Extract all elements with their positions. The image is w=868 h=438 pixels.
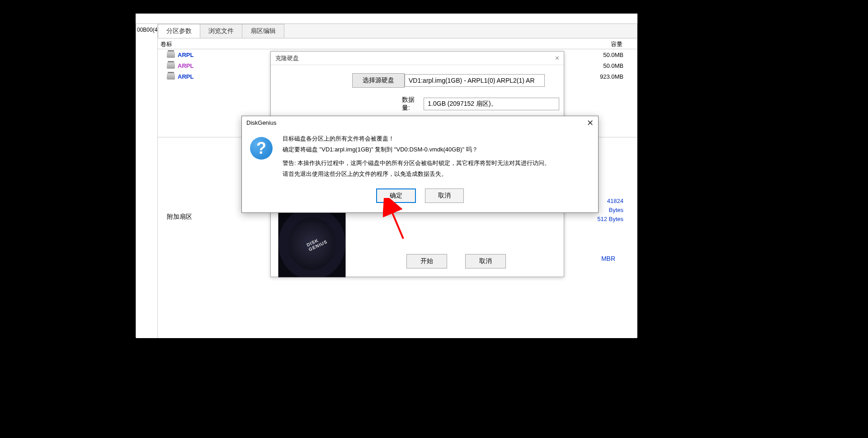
- tab-partition-params[interactable]: 分区参数: [158, 24, 200, 38]
- logo-text: DISK GENIUS: [306, 231, 336, 252]
- confirm-title: DiskGenius: [246, 116, 276, 130]
- data-amount-field: [424, 98, 559, 110]
- right-pane: 分区参数 浏览文件 扇区编辑 卷标 容量 ARPL 50.0MB ARPL 50…: [158, 24, 637, 338]
- disk-icon: [167, 73, 175, 80]
- close-icon[interactable]: ✕: [587, 116, 594, 130]
- title-remnant: [136, 14, 637, 24]
- info-value: 512 Bytes: [597, 215, 623, 224]
- msg-line: 确定要将磁盘 "VD1:arpl.img(1GB)" 复制到 "VD0:DSM-…: [283, 145, 550, 154]
- main-window: 00B00(42 分区参数 浏览文件 扇区编辑 卷标 容量 ARPL 50.0M…: [136, 24, 637, 338]
- tree-item[interactable]: 00B00(42: [136, 24, 157, 36]
- close-icon[interactable]: ×: [555, 52, 559, 65]
- diskgenius-logo: DISK GENIUS: [278, 210, 346, 278]
- start-button[interactable]: 开始: [406, 254, 447, 268]
- mbr-label: MBR: [601, 255, 615, 262]
- msg-line: 请首先退出使用这些分区上的文件的程序，以免造成数据丢失。: [283, 170, 550, 179]
- tab-browse-files[interactable]: 浏览文件: [200, 24, 242, 38]
- info-value: 41824: [597, 197, 623, 206]
- source-disk-field[interactable]: [405, 74, 545, 87]
- confirm-dialog: DiskGenius ✕ ? 目标磁盘各分区上的所有文件将会被覆盖！ 确定要将磁…: [241, 116, 599, 213]
- tabs: 分区参数 浏览文件 扇区编辑: [158, 24, 637, 38]
- clone-dialog-title: 克隆硬盘 ×: [271, 52, 564, 65]
- col-capacity: 容量: [611, 40, 623, 48]
- tab-sector-edit[interactable]: 扇区编辑: [242, 24, 284, 38]
- confirm-title-bar: DiskGenius ✕: [242, 116, 598, 130]
- data-amount-label: 数据量:: [402, 96, 422, 112]
- question-icon: ?: [250, 137, 273, 160]
- list-header: 卷标 容量: [158, 38, 637, 49]
- col-volume-label: 卷标: [158, 40, 185, 47]
- disk-icon: [167, 52, 175, 58]
- partition-name: ARPL: [178, 62, 193, 69]
- info-value: Bytes: [597, 206, 623, 215]
- msg-line: 目标磁盘各分区上的所有文件将会被覆盖！: [283, 134, 550, 143]
- cancel-button[interactable]: 取消: [465, 254, 506, 268]
- cancel-button[interactable]: 取消: [425, 188, 464, 203]
- partition-capacity: 50.0MB: [603, 52, 623, 58]
- partition-capacity: 50.0MB: [603, 62, 623, 69]
- partition-name: ARPL: [178, 73, 193, 80]
- select-source-disk-button[interactable]: 选择源硬盘: [352, 73, 405, 88]
- confirm-message: 目标磁盘各分区上的所有文件将会被覆盖！ 确定要将磁盘 "VD1:arpl.img…: [283, 134, 550, 180]
- info-values: 41824 Bytes 512 Bytes: [597, 197, 623, 224]
- partition-capacity: 923.0MB: [600, 73, 623, 80]
- partition-name: ARPL: [178, 52, 193, 58]
- attach-sector-label: 附加扇区: [167, 213, 192, 221]
- msg-line: 警告: 本操作执行过程中，这两个磁盘中的所有分区会被临时锁定，其它程序将暂时无法…: [283, 159, 550, 168]
- disk-icon: [167, 62, 175, 69]
- ok-button[interactable]: 确定: [376, 188, 416, 203]
- clone-title-text: 克隆硬盘: [275, 52, 299, 65]
- left-tree: 00B00(42: [136, 24, 158, 338]
